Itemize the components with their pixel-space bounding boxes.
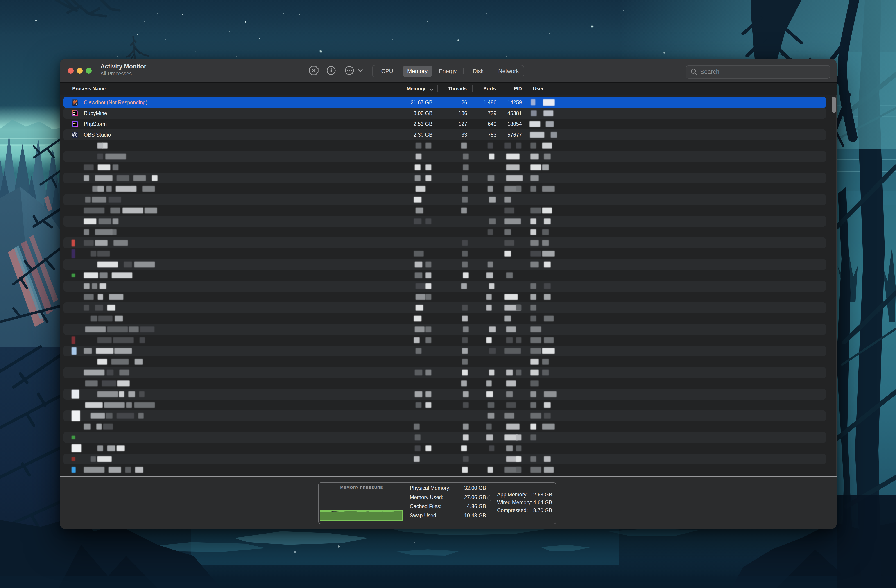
- svg-text:RM: RM: [73, 112, 76, 114]
- svg-text:PS: PS: [73, 122, 76, 125]
